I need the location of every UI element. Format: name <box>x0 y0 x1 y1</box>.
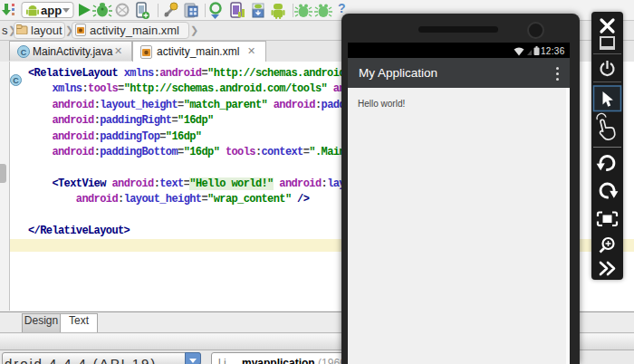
svg-text:app: app <box>41 4 62 17</box>
svg-text:C: C <box>21 48 27 57</box>
svg-text:C: C <box>13 76 19 85</box>
